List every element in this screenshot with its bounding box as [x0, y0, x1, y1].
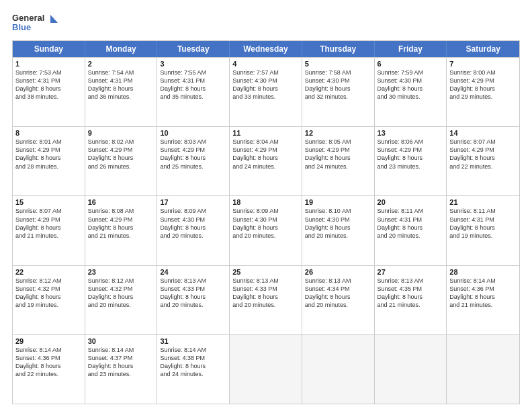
day-number: 23	[88, 268, 154, 276]
day-number: 11	[232, 129, 299, 137]
cell-info-line: Sunset: 4:33 PM	[232, 285, 299, 293]
cell-info-line: Sunset: 4:29 PM	[232, 146, 299, 154]
cell-info-line: Sunset: 4:31 PM	[160, 77, 226, 85]
calendar-cell: 10Sunrise: 8:03 AMSunset: 4:29 PMDayligh…	[157, 127, 230, 195]
cell-info-line: Daylight: 8 hours	[378, 154, 444, 162]
calendar-cell: 31Sunrise: 8:14 AMSunset: 4:38 PMDayligh…	[157, 335, 230, 404]
day-number: 3	[160, 60, 226, 68]
header: GeneralBlue	[12, 11, 520, 35]
cell-info-line: Daylight: 8 hours	[160, 293, 226, 301]
logo-svg: GeneralBlue	[12, 11, 59, 35]
calendar-cell: 19Sunrise: 8:10 AMSunset: 4:30 PMDayligh…	[302, 196, 375, 265]
svg-text:General: General	[12, 13, 44, 23]
cell-info-line: and 21 minutes.	[378, 301, 444, 309]
day-number: 24	[160, 268, 226, 276]
cell-info-line: Sunset: 4:33 PM	[160, 285, 226, 293]
calendar-cell: 4Sunrise: 7:57 AMSunset: 4:30 PMDaylight…	[230, 58, 302, 126]
cell-info-line: Sunset: 4:38 PM	[160, 354, 226, 362]
calendar-cell-empty	[447, 335, 519, 404]
cell-info-line: Sunrise: 7:55 AM	[160, 68, 226, 77]
cell-info-line: and 21 minutes.	[88, 232, 154, 240]
calendar-header: SundayMondayTuesdayWednesdayThursdayFrid…	[13, 41, 519, 57]
calendar-cell: 1Sunrise: 7:53 AMSunset: 4:31 PMDaylight…	[13, 58, 85, 126]
cell-info-line: Daylight: 8 hours	[15, 362, 82, 370]
cell-info-line: and 20 minutes.	[305, 232, 371, 240]
weekday-header: Wednesday	[230, 41, 302, 57]
day-number: 31	[160, 337, 226, 345]
cell-info-line: Daylight: 8 hours	[160, 224, 226, 232]
cell-info-line: Sunset: 4:31 PM	[449, 216, 517, 224]
cell-info-line: Daylight: 8 hours	[15, 293, 82, 301]
cell-info-line: Daylight: 8 hours	[160, 362, 226, 370]
day-number: 12	[305, 129, 371, 137]
cell-info-line: Sunrise: 8:00 AM	[449, 68, 517, 77]
cell-info-line: Daylight: 8 hours	[449, 224, 517, 232]
calendar-row: 15Sunrise: 8:07 AMSunset: 4:29 PMDayligh…	[13, 195, 519, 265]
calendar-cell: 16Sunrise: 8:08 AMSunset: 4:29 PMDayligh…	[85, 196, 158, 265]
cell-info-line: and 19 minutes.	[449, 232, 517, 240]
day-number: 22	[15, 268, 82, 276]
cell-info-line: Sunset: 4:30 PM	[305, 77, 371, 85]
cell-info-line: Sunset: 4:36 PM	[449, 285, 517, 293]
calendar-cell: 24Sunrise: 8:13 AMSunset: 4:33 PMDayligh…	[157, 266, 230, 334]
cell-info-line: and 20 minutes.	[160, 232, 226, 240]
cell-info-line: Daylight: 8 hours	[305, 154, 371, 162]
cell-info-line: Sunset: 4:31 PM	[15, 77, 82, 85]
cell-info-line: Sunrise: 8:14 AM	[160, 346, 226, 354]
cell-info-line: and 20 minutes.	[88, 301, 154, 309]
cell-info-line: Sunrise: 8:14 AM	[15, 346, 82, 354]
cell-info-line: and 22 minutes.	[15, 370, 82, 378]
cell-info-line: Sunset: 4:29 PM	[160, 146, 226, 154]
day-number: 17	[160, 198, 226, 206]
calendar-cell: 21Sunrise: 8:11 AMSunset: 4:31 PMDayligh…	[447, 196, 519, 265]
day-number: 16	[88, 198, 154, 206]
cell-info-line: Sunrise: 8:11 AM	[378, 207, 444, 215]
cell-info-line: Sunrise: 7:57 AM	[232, 68, 299, 77]
cell-info-line: Sunrise: 8:04 AM	[232, 138, 299, 146]
cell-info-line: and 20 minutes.	[232, 232, 299, 240]
logo: GeneralBlue	[12, 11, 59, 35]
cell-info-line: and 26 minutes.	[88, 163, 154, 171]
day-number: 29	[15, 337, 82, 345]
cell-info-line: Sunrise: 8:14 AM	[88, 346, 154, 354]
cell-info-line: and 20 minutes.	[232, 301, 299, 309]
cell-info-line: Daylight: 8 hours	[378, 85, 444, 93]
calendar-cell: 9Sunrise: 8:02 AMSunset: 4:29 PMDaylight…	[85, 127, 158, 195]
cell-info-line: Sunset: 4:30 PM	[160, 216, 226, 224]
cell-info-line: Sunrise: 8:12 AM	[15, 277, 82, 285]
cell-info-line: Daylight: 8 hours	[232, 224, 299, 232]
cell-info-line: Daylight: 8 hours	[305, 224, 371, 232]
cell-info-line: and 23 minutes.	[88, 370, 154, 378]
calendar-cell: 15Sunrise: 8:07 AMSunset: 4:29 PMDayligh…	[13, 196, 85, 265]
cell-info-line: Sunrise: 8:13 AM	[378, 277, 444, 285]
cell-info-line: Sunrise: 8:13 AM	[305, 277, 371, 285]
cell-info-line: Sunrise: 8:12 AM	[88, 277, 154, 285]
calendar-cell: 28Sunrise: 8:14 AMSunset: 4:36 PMDayligh…	[447, 266, 519, 334]
day-number: 20	[378, 198, 444, 206]
weekday-header: Thursday	[302, 41, 375, 57]
cell-info-line: Daylight: 8 hours	[305, 293, 371, 301]
cell-info-line: Sunset: 4:32 PM	[15, 285, 82, 293]
day-number: 25	[232, 268, 299, 276]
cell-info-line: Daylight: 8 hours	[15, 224, 82, 232]
calendar-row: 22Sunrise: 8:12 AMSunset: 4:32 PMDayligh…	[13, 265, 519, 334]
cell-info-line: Daylight: 8 hours	[305, 85, 371, 93]
cell-info-line: Sunrise: 7:59 AM	[378, 68, 444, 77]
cell-info-line: Sunset: 4:29 PM	[449, 77, 517, 85]
cell-info-line: Sunset: 4:35 PM	[378, 285, 444, 293]
day-number: 26	[305, 268, 371, 276]
cell-info-line: Daylight: 8 hours	[88, 85, 154, 93]
cell-info-line: and 20 minutes.	[160, 301, 226, 309]
calendar-cell: 20Sunrise: 8:11 AMSunset: 4:31 PMDayligh…	[375, 196, 447, 265]
cell-info-line: Sunrise: 7:53 AM	[15, 68, 82, 77]
calendar-cell: 14Sunrise: 8:07 AMSunset: 4:29 PMDayligh…	[447, 127, 519, 195]
day-number: 21	[449, 198, 517, 206]
cell-info-line: Daylight: 8 hours	[88, 293, 154, 301]
cell-info-line: Sunrise: 8:08 AM	[88, 207, 154, 215]
calendar-cell: 30Sunrise: 8:14 AMSunset: 4:37 PMDayligh…	[85, 335, 158, 404]
cell-info-line: Sunrise: 8:06 AM	[378, 138, 444, 146]
cell-info-line: Sunrise: 8:09 AM	[160, 207, 226, 215]
cell-info-line: Daylight: 8 hours	[88, 154, 154, 162]
cell-info-line: Daylight: 8 hours	[160, 85, 226, 93]
cell-info-line: Sunrise: 7:58 AM	[305, 68, 371, 77]
